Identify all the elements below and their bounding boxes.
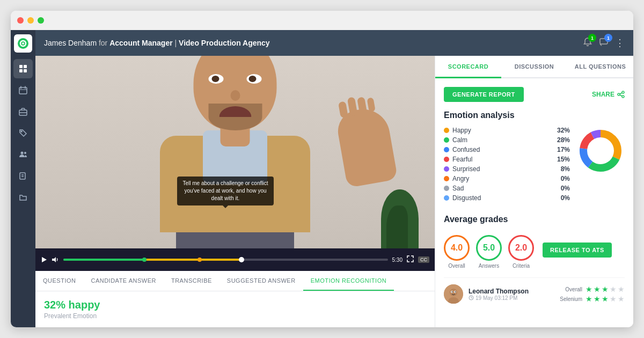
emotion-dot: [444, 157, 449, 162]
svg-point-14: [21, 152, 24, 155]
svg-point-39: [455, 291, 456, 292]
grade-circles: 4.0 Overall 5.0 Answers: [444, 235, 534, 269]
video-background: [35, 56, 435, 248]
title-bar: [11, 11, 633, 30]
sel-star-4: ★: [610, 295, 617, 303]
sel-star-5: ★: [618, 295, 625, 303]
minimize-dot[interactable]: [27, 17, 34, 24]
sidebar-item-tag[interactable]: [13, 123, 33, 143]
video-progress-bar[interactable]: [63, 259, 388, 261]
tab-candidate-answer[interactable]: CANDIDATE ANSWER: [83, 271, 163, 291]
for-label: for: [99, 39, 109, 47]
tab-scorecard[interactable]: SCORECARD: [435, 56, 501, 78]
emotion-item-surprised: Surprised 8%: [444, 165, 570, 173]
emotion-dot: [444, 176, 449, 181]
video-controls: 5:30 CC: [35, 248, 435, 271]
emotion-name: happy: [69, 299, 100, 311]
close-dot[interactable]: [17, 17, 24, 24]
answers-value: 5.0: [483, 243, 495, 253]
svg-rect-7: [19, 87, 27, 94]
emotion-analysis-section: Happy 32% Calm 28% Confused 17% Fearful …: [444, 127, 625, 204]
criteria-value: 2.0: [515, 243, 527, 253]
emotion-item-confused: Confused 17%: [444, 146, 570, 153]
folder-icon: [19, 193, 27, 202]
svg-point-32: [589, 139, 612, 163]
emotion-dot: [444, 166, 449, 172]
progress-green: [63, 259, 144, 261]
people-icon: [19, 150, 27, 159]
svg-line-24: [620, 93, 622, 94]
sidebar-item-dashboard[interactable]: [13, 59, 33, 78]
sidebar-item-book[interactable]: [13, 166, 33, 186]
app-container: James Denham for Account Manager | Video…: [11, 30, 633, 327]
company-label: Video Production Agency: [179, 39, 270, 47]
criteria-label: Criteria: [513, 263, 530, 269]
tab-transcribe[interactable]: TRANSCRIBE: [164, 271, 219, 291]
left-pupil: [212, 76, 219, 82]
release-to-ats-button[interactable]: RELEASE TO ATS: [543, 243, 612, 258]
answers-label: Answers: [479, 263, 499, 269]
tab-emotion-recognition[interactable]: EMOTION RECOGNITION: [303, 271, 394, 291]
reviewer-info: Leonard Thompson 19 May 03:12 PM: [469, 288, 554, 301]
emotion-item-calm: Calm 28%: [444, 136, 570, 144]
right-pupil: [249, 76, 257, 82]
tab-discussion[interactable]: DISCUSSION: [501, 56, 567, 78]
sidebar-item-calendar[interactable]: [13, 80, 33, 100]
book-icon: [19, 172, 27, 180]
emotion-list: Happy 32% Calm 28% Confused 17% Fearful …: [444, 127, 570, 204]
emotion-pct: 0%: [561, 194, 570, 202]
video-tooltip: Tell me about a challenge or conflict yo…: [177, 177, 274, 205]
messages-button[interactable]: 1: [599, 37, 609, 49]
svg-point-23: [622, 95, 624, 98]
more-options-button[interactable]: ⋮: [615, 37, 625, 49]
reviewer-scores: Overall ★ ★ ★ ★ ★: [560, 285, 625, 303]
star-3: ★: [602, 285, 609, 293]
emotion-label: Sad: [452, 185, 558, 192]
maximize-dot[interactable]: [38, 17, 44, 24]
emotion-dot: [444, 195, 449, 201]
overall-stars: ★ ★ ★ ★ ★: [586, 285, 625, 293]
emotion-pct: 0%: [561, 185, 570, 192]
star-5: ★: [618, 285, 625, 293]
fullscreen-icon: [407, 255, 414, 262]
emotion-pct: 15%: [557, 156, 570, 163]
grade-criteria: 2.0 Criteria: [508, 235, 534, 269]
overall-label: Overall: [448, 263, 465, 269]
clock-icon: [469, 295, 474, 300]
overall-score-row: Overall ★ ★ ★ ★ ★: [565, 285, 625, 293]
tab-question[interactable]: QUESTION: [35, 271, 83, 291]
emotion-sub-label: Prevalent Emotion: [44, 312, 426, 320]
tab-all-questions[interactable]: ALL QUESTIONS: [567, 56, 633, 78]
volume-button[interactable]: [52, 256, 59, 263]
selenium-stars: ★ ★ ★ ★ ★: [586, 295, 625, 303]
sidebar-item-briefcase[interactable]: [13, 102, 33, 121]
top-navigation: James Denham for Account Manager | Video…: [35, 30, 633, 56]
emotion-main-text: 32% happy: [44, 299, 426, 311]
share-button[interactable]: SHARE: [592, 91, 625, 98]
nav-actions: 1 1 ⋮: [583, 37, 625, 49]
emotion-donut-chart: [576, 127, 625, 175]
notifications-button[interactable]: 1: [583, 37, 592, 49]
emotion-label: Happy: [452, 127, 554, 134]
sidebar-item-people[interactable]: [13, 145, 33, 164]
tab-suggested-answer[interactable]: SUGGESTED ANSWER: [219, 271, 303, 291]
generate-report-button[interactable]: GENERATE REPORT: [444, 87, 524, 102]
svg-point-13: [21, 131, 22, 132]
cc-button[interactable]: CC: [418, 256, 429, 263]
sidebar-item-folder[interactable]: [13, 188, 33, 207]
video-tabs: QUESTION CANDIDATE ANSWER TRANSCRIBE SUG…: [35, 271, 435, 291]
svg-rect-3: [19, 65, 23, 68]
fullscreen-button[interactable]: [407, 255, 414, 264]
emotion-pct: 17%: [557, 146, 570, 153]
star-2: ★: [594, 285, 601, 293]
play-button[interactable]: [41, 256, 47, 263]
video-bottom-info: 32% happy Prevalent Emotion: [35, 291, 435, 327]
progress-marker-2: [197, 258, 202, 262]
plant-stem: [386, 205, 408, 248]
svg-rect-6: [24, 69, 27, 72]
right-panel: SCORECARD DISCUSSION ALL QUESTIONS GENER…: [435, 56, 633, 327]
emotion-pct: 28%: [557, 136, 570, 144]
reviewer-avatar: [444, 284, 463, 304]
main-window: James Denham for Account Manager | Video…: [11, 11, 633, 327]
emotion-item-disgusted: Disgusted 0%: [444, 194, 570, 202]
